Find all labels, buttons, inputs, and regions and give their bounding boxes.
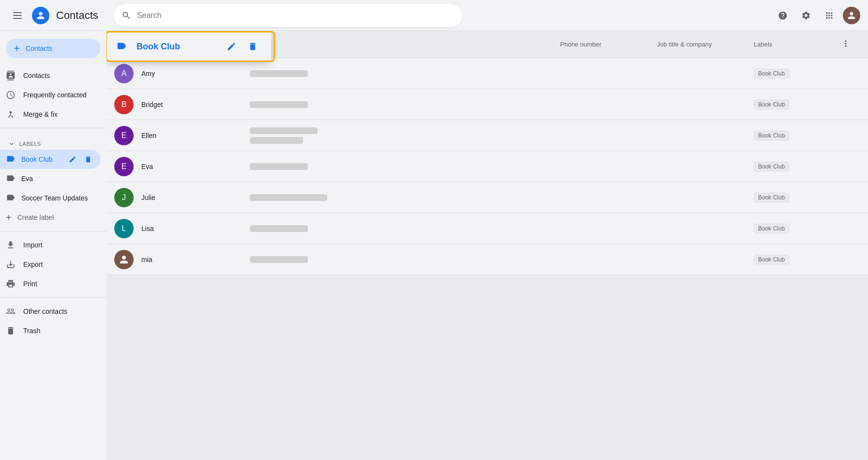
label-icon-eva	[6, 173, 15, 184]
contact-avatar-wrap: L	[114, 219, 141, 238]
contact-name: mia	[141, 256, 250, 263]
sidebar: + Contacts Contacts Frequently contacted	[0, 31, 107, 460]
contact-avatar-wrap: A	[114, 64, 141, 83]
edit-icon	[69, 155, 76, 163]
user-avatar[interactable]	[843, 7, 860, 24]
sidebar-contacts-label: Contacts	[23, 72, 50, 79]
label-actions	[66, 153, 95, 166]
contact-labels: Book Club	[754, 131, 841, 140]
col-labels-header: Labels	[754, 41, 841, 48]
labels-section-header[interactable]: Labels	[0, 132, 107, 150]
contact-email	[250, 101, 560, 108]
sidebar-item-book-club[interactable]: Book Club	[0, 150, 101, 169]
label-badge: Book Club	[754, 100, 789, 109]
label-badge: Book Club	[754, 131, 789, 140]
contact-name: Amy	[141, 70, 250, 77]
avatar-image	[843, 7, 860, 24]
contact-avatar-wrap	[114, 250, 141, 269]
help-icon	[778, 11, 788, 20]
sidebar-item-contacts[interactable]: Contacts	[0, 66, 101, 85]
sidebar-item-export[interactable]: Export	[0, 255, 101, 274]
contact-avatar-wrap: B	[114, 95, 141, 114]
avatar: B	[114, 95, 134, 114]
contact-labels: Book Club	[754, 224, 841, 233]
contact-labels: Book Club	[754, 255, 841, 264]
import-label: Import	[23, 241, 43, 249]
export-icon	[6, 260, 15, 269]
sidebar-item-import[interactable]: Import	[0, 235, 101, 255]
label-badge: Book Club	[754, 69, 789, 78]
tooltip-edit-button[interactable]	[223, 38, 240, 55]
import-icon	[6, 240, 15, 250]
contact-labels: Book Club	[754, 193, 841, 202]
table-row[interactable]: B Bridget Book Club	[107, 89, 868, 120]
search-bar[interactable]	[114, 4, 462, 27]
contact-labels: Book Club	[754, 162, 841, 171]
table-row[interactable]: E Eva Book Club	[107, 151, 868, 182]
email-blur	[250, 101, 308, 108]
labels-section-label: Labels	[19, 141, 41, 147]
email-blur	[250, 256, 308, 263]
contact-name: Eva	[141, 163, 250, 170]
sidebar-item-print[interactable]: Print	[0, 274, 101, 293]
google-contacts-logo	[32, 7, 49, 24]
contact-email	[250, 256, 560, 263]
other-contacts-icon	[6, 307, 15, 316]
col-more-header	[841, 39, 860, 50]
sidebar-divider-2	[0, 231, 107, 231]
sidebar-item-frequently-contacted[interactable]: Frequently contacted	[0, 85, 101, 105]
table-row[interactable]: A Amy Book Club	[107, 58, 868, 89]
delete-icon	[248, 42, 258, 51]
eva-label: Eva	[21, 175, 33, 183]
sidebar-item-trash[interactable]: Trash	[0, 321, 101, 340]
tooltip-delete-button[interactable]	[244, 38, 261, 55]
table-row[interactable]: E Ellen Book Club	[107, 120, 868, 151]
edit-label-button[interactable]	[66, 153, 79, 166]
sidebar-item-other-contacts[interactable]: Other contacts	[0, 302, 101, 321]
label-badge: Book Club	[754, 193, 789, 202]
table-row[interactable]: J Julie Book Club	[107, 182, 868, 213]
edit-icon	[227, 42, 236, 51]
avatar: J	[114, 188, 134, 207]
create-contact-button[interactable]: + Contacts	[6, 39, 101, 58]
contact-name: Bridget	[141, 101, 250, 108]
menu-button[interactable]	[8, 6, 27, 25]
table-row[interactable]: L Lisa Book Club	[107, 213, 868, 244]
search-input[interactable]	[137, 11, 455, 20]
contacts-icon	[6, 71, 15, 80]
delete-icon	[84, 155, 92, 163]
help-button[interactable]	[773, 6, 792, 25]
plus-icon-label: +	[6, 212, 12, 223]
book-club-label: Book Club	[21, 155, 60, 163]
sidebar-item-soccer[interactable]: Soccer Team Updates	[0, 188, 101, 208]
print-icon	[6, 279, 15, 289]
label-badge: Book Club	[754, 224, 789, 233]
email-blur	[250, 127, 318, 134]
sidebar-frequently-label: Frequently contacted	[23, 91, 87, 99]
email-blur	[250, 225, 308, 232]
avatar: L	[114, 219, 134, 238]
contact-email	[250, 127, 560, 144]
sidebar-item-merge-fix[interactable]: Merge & fix	[0, 105, 101, 124]
topbar-right	[773, 6, 860, 25]
create-label-button[interactable]: + Create label	[0, 208, 107, 227]
contact-name: Julie	[141, 194, 250, 201]
avatar: A	[114, 64, 134, 83]
contact-email	[250, 225, 560, 232]
app-title: Contacts	[56, 9, 98, 22]
delete-label-button[interactable]	[81, 153, 95, 166]
chevron-down-icon	[8, 140, 15, 148]
settings-button[interactable]	[796, 6, 816, 25]
sidebar-merge-label: Merge & fix	[23, 110, 58, 118]
table-row[interactable]: mia Book Club	[107, 244, 868, 275]
tooltip-actions	[223, 38, 261, 55]
avatar: E	[114, 126, 134, 145]
main-layout: + Contacts Contacts Frequently contacted	[0, 31, 868, 460]
contact-name: Ellen	[141, 132, 250, 139]
topbar-left: Contacts	[8, 6, 98, 25]
sidebar-item-eva[interactable]: Eva	[0, 169, 101, 188]
avatar: E	[114, 157, 134, 176]
apps-button[interactable]	[820, 6, 839, 25]
create-label-text: Create label	[17, 214, 54, 221]
email-blur-2	[250, 137, 303, 144]
